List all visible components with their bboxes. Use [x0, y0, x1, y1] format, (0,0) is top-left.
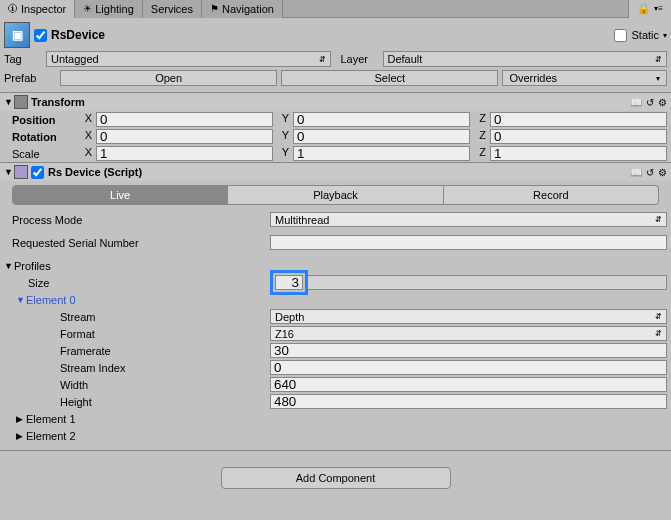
- serial-label: Requested Serial Number: [12, 237, 270, 249]
- mode-playback-tab[interactable]: Playback: [228, 185, 443, 205]
- rotation-y-input[interactable]: [293, 129, 470, 144]
- chevron-updown-icon: ⇵: [655, 329, 662, 338]
- rsdevice-foldout[interactable]: ▼: [4, 167, 14, 177]
- lighting-icon: ☀: [83, 3, 92, 14]
- serial-input[interactable]: [270, 235, 667, 250]
- height-input[interactable]: [270, 394, 667, 409]
- add-component-button[interactable]: Add Component: [221, 467, 451, 489]
- axis-z: Z: [474, 112, 486, 127]
- rotation-z-input[interactable]: [490, 129, 667, 144]
- prefab-overrides-dropdown[interactable]: Overrides▾: [502, 70, 667, 86]
- object-active-checkbox[interactable]: [34, 29, 47, 42]
- navigation-icon: ⚑: [210, 3, 219, 14]
- reset-icon[interactable]: ↺: [646, 97, 654, 108]
- height-label: Height: [12, 396, 270, 408]
- inspector-icon: 🛈: [8, 3, 18, 14]
- layer-label: Layer: [341, 53, 379, 65]
- framerate-label: Framerate: [12, 345, 270, 357]
- chevron-updown-icon: ⇵: [655, 55, 662, 64]
- axis-y: Y: [277, 112, 289, 127]
- stream-dropdown[interactable]: Depth⇵: [270, 309, 667, 324]
- element1-label: Element 1: [26, 413, 284, 425]
- mode-record-tab[interactable]: Record: [444, 185, 659, 205]
- gear-icon[interactable]: ⚙: [658, 97, 667, 108]
- help-icon[interactable]: 📖: [630, 167, 642, 178]
- axis-x: X: [80, 112, 92, 127]
- static-checkbox[interactable]: [614, 29, 627, 42]
- stream-label: Stream: [12, 311, 270, 323]
- chevron-updown-icon: ⇵: [655, 215, 662, 224]
- element0-label: Element 0: [26, 294, 284, 306]
- object-name[interactable]: RsDevice: [51, 28, 610, 42]
- tab-lighting-label: Lighting: [95, 3, 134, 15]
- tag-value: Untagged: [51, 53, 99, 65]
- mode-live-tab[interactable]: Live: [12, 185, 228, 205]
- element1-foldout[interactable]: ▶: [16, 414, 26, 424]
- size-slider-area[interactable]: [308, 275, 667, 290]
- scale-label: Scale: [12, 148, 80, 160]
- tab-inspector-label: Inspector: [21, 3, 66, 15]
- size-highlight-box: [270, 270, 308, 295]
- position-z-input[interactable]: [490, 112, 667, 127]
- rsdevice-enabled-checkbox[interactable]: [31, 166, 44, 179]
- tab-navigation-label: Navigation: [222, 3, 274, 15]
- profiles-label: Profiles: [14, 260, 272, 272]
- rotation-x-input[interactable]: [96, 129, 273, 144]
- element0-foldout[interactable]: ▼: [16, 295, 26, 305]
- chevron-updown-icon: ⇵: [319, 55, 326, 64]
- width-input[interactable]: [270, 377, 667, 392]
- width-label: Width: [12, 379, 270, 391]
- profiles-foldout[interactable]: ▼: [4, 261, 14, 271]
- element2-foldout[interactable]: ▶: [16, 431, 26, 441]
- transform-foldout[interactable]: ▼: [4, 97, 14, 107]
- transform-title: Transform: [31, 96, 630, 108]
- format-label: Format: [12, 328, 270, 340]
- rotation-label: Rotation: [12, 131, 80, 143]
- format-dropdown[interactable]: Z16⇵: [270, 326, 667, 341]
- tag-dropdown[interactable]: Untagged⇵: [46, 51, 331, 67]
- script-icon: [14, 165, 28, 179]
- position-y-input[interactable]: [293, 112, 470, 127]
- tab-navigation[interactable]: ⚑Navigation: [202, 0, 283, 18]
- prefab-open-button[interactable]: Open: [60, 70, 277, 86]
- tab-services[interactable]: Services: [143, 0, 202, 18]
- lock-icon: 🔒: [637, 2, 651, 15]
- static-label: Static: [631, 29, 659, 41]
- process-mode-dropdown[interactable]: Multithread⇵: [270, 212, 667, 227]
- tag-label: Tag: [4, 53, 42, 65]
- process-mode-label: Process Mode: [12, 214, 270, 226]
- reset-icon[interactable]: ↺: [646, 167, 654, 178]
- gear-icon[interactable]: ⚙: [658, 167, 667, 178]
- size-label: Size: [12, 277, 270, 289]
- tab-services-label: Services: [151, 3, 193, 15]
- position-x-input[interactable]: [96, 112, 273, 127]
- layer-value: Default: [388, 53, 423, 65]
- scale-y-input[interactable]: [293, 146, 470, 161]
- menu-dropdown-icon: ▾≡: [654, 4, 663, 13]
- stream-index-label: Stream Index: [12, 362, 270, 374]
- scale-x-input[interactable]: [96, 146, 273, 161]
- static-dropdown-icon[interactable]: ▾: [663, 31, 667, 40]
- size-input[interactable]: [275, 275, 303, 290]
- chevron-down-icon: ▾: [656, 74, 660, 83]
- element2-label: Element 2: [26, 430, 284, 442]
- prefab-select-button[interactable]: Select: [281, 70, 498, 86]
- framerate-input[interactable]: [270, 343, 667, 358]
- chevron-updown-icon: ⇵: [655, 312, 662, 321]
- layer-dropdown[interactable]: Default⇵: [383, 51, 668, 67]
- rsdevice-title: Rs Device (Script): [48, 166, 630, 178]
- tab-inspector[interactable]: 🛈Inspector: [0, 0, 75, 18]
- prefab-label: Prefab: [4, 72, 56, 84]
- lock-button[interactable]: 🔒▾≡: [628, 0, 671, 18]
- help-icon[interactable]: 📖: [630, 97, 642, 108]
- prefab-icon: ▣: [4, 22, 30, 48]
- scale-z-input[interactable]: [490, 146, 667, 161]
- position-label: Position: [12, 114, 80, 126]
- stream-index-input[interactable]: [270, 360, 667, 375]
- tab-lighting[interactable]: ☀Lighting: [75, 0, 143, 18]
- transform-icon: [14, 95, 28, 109]
